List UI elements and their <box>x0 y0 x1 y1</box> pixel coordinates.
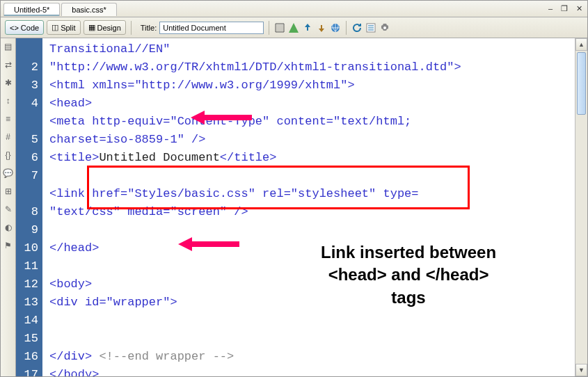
code-line[interactable]: "http://www.w3.org/TR/xhtml1/DTD/xhtml1-… <box>49 58 575 77</box>
list-icon[interactable] <box>365 22 376 33</box>
vertical-scrollbar[interactable]: ▲ ▼ <box>575 38 587 376</box>
window-minimize-icon[interactable]: – <box>546 4 555 13</box>
scroll-track[interactable] <box>575 51 587 364</box>
separator <box>131 21 132 35</box>
code-line[interactable]: <meta http-equiv="Content-Type" content=… <box>49 113 575 131</box>
code-view-button[interactable]: <> Code <box>5 20 44 35</box>
code-line[interactable]: charset=iso-8859-1" /> <box>49 131 575 149</box>
tab-bar: Untitled-5* basic.css* – ❐ ✕ <box>1 1 587 17</box>
separator <box>346 21 347 35</box>
tab-basic-css[interactable]: basic.css* <box>61 3 117 16</box>
split-view-button[interactable]: ◫ Split <box>47 20 80 35</box>
code-line[interactable]: Transitional//EN" <box>49 40 575 58</box>
editor-main: ▤ ⇄ ✱ ↕ ≡ # {} 💬 ⊞ ✎ ◐ ⚑ 234567891011121… <box>1 38 587 376</box>
code-editor[interactable]: Transitional//EN""http://www.w3.org/TR/x… <box>42 38 575 376</box>
toolbar: <> Code ◫ Split ▦ Design Title: <box>1 17 587 38</box>
title-input[interactable] <box>159 22 264 34</box>
code-line[interactable] <box>49 221 575 239</box>
sidebar-tool-6[interactable]: # <box>3 131 14 143</box>
code-line[interactable]: <body> <box>49 275 575 294</box>
code-line[interactable] <box>49 257 575 275</box>
window-close-icon[interactable]: ✕ <box>574 4 585 13</box>
sidebar-tool-9[interactable]: ⊞ <box>3 186 14 197</box>
code-line[interactable]: <head> <box>49 95 575 113</box>
code-line[interactable]: <link href="Styles/basic.css" rel="style… <box>49 185 575 203</box>
options-icon[interactable] <box>379 22 390 33</box>
tab-untitled[interactable]: Untitled-5* <box>3 3 60 16</box>
code-line[interactable]: <html xmlns="http://www.w3.org/1999/xhtm… <box>49 77 575 95</box>
sidebar-tool-5[interactable]: ≡ <box>3 113 14 125</box>
design-icon: ▦ <box>88 23 95 32</box>
code-line[interactable] <box>49 312 575 330</box>
left-toolbar: ▤ ⇄ ✱ ↕ ≡ # {} 💬 ⊞ ✎ ◐ ⚑ <box>1 38 16 376</box>
code-line[interactable]: </head> <box>49 239 575 257</box>
code-line[interactable] <box>49 330 575 348</box>
sidebar-tool-4[interactable]: ↕ <box>3 95 14 106</box>
validate-icon[interactable] <box>288 22 299 33</box>
code-line[interactable]: <div id="wrapper"> <box>49 294 575 312</box>
svg-point-2 <box>383 26 386 29</box>
sidebar-tool-11[interactable]: ◐ <box>3 222 14 233</box>
code-view-label: Code <box>21 24 39 32</box>
sidebar-tool-10[interactable]: ✎ <box>3 204 14 215</box>
code-line[interactable]: "text/css" media="screen" /> <box>49 203 575 221</box>
download-icon[interactable] <box>316 22 327 33</box>
sidebar-tool-1[interactable]: ▤ <box>3 41 14 52</box>
split-icon: ◫ <box>51 23 58 32</box>
design-view-button[interactable]: ▦ Design <box>84 20 126 35</box>
toolbar-icon-1[interactable] <box>274 22 285 33</box>
upload-icon[interactable] <box>302 22 313 33</box>
separator <box>269 21 269 35</box>
code-line[interactable]: </div> <!--end wrapper --> <box>49 348 575 366</box>
scroll-up-icon[interactable]: ▲ <box>575 38 587 51</box>
split-view-label: Split <box>61 24 75 32</box>
scroll-down-icon[interactable]: ▼ <box>575 364 587 376</box>
line-gutter: 23456789101112131415161718 <box>16 38 42 376</box>
window-restore-icon[interactable]: ❐ <box>559 4 570 13</box>
design-view-label: Design <box>97 24 121 32</box>
globe-icon[interactable] <box>330 22 341 33</box>
code-line[interactable] <box>49 167 575 185</box>
scroll-thumb[interactable] <box>577 52 586 115</box>
code-line[interactable]: <title>Untitled Document</title> <box>49 149 575 167</box>
sidebar-tool-8[interactable]: 💬 <box>3 168 14 179</box>
sidebar-tool-12[interactable]: ⚑ <box>3 240 14 251</box>
code-icon: <> <box>10 24 19 32</box>
sidebar-tool-3[interactable]: ✱ <box>3 77 14 88</box>
refresh-icon[interactable] <box>351 22 363 33</box>
title-label: Title: <box>141 24 157 32</box>
sidebar-tool-7[interactable]: {} <box>3 150 14 161</box>
sidebar-tool-2[interactable]: ⇄ <box>3 59 14 70</box>
code-line[interactable]: </body> <box>49 366 575 376</box>
